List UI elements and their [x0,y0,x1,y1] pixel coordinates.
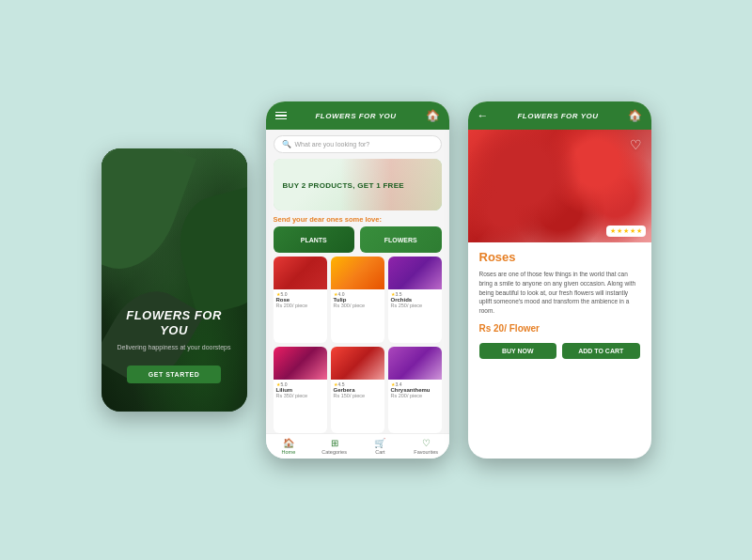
product-orchid[interactable]: ★ 3.5 Orchids Rs 250/ piece [388,257,442,343]
product-detail-image: ♡ ★ ★ ★ ★ ★ [468,130,651,242]
rose-image [274,257,327,289]
home-header-title: FLOWERS FOR YOU [315,112,396,120]
chrysanthemum-info: ★ 3.4 Chrysanthemu Rs 200/ piece [388,380,442,400]
gerbera-image [331,347,384,380]
lilium-price: Rs 350/ piece [276,393,324,398]
splash-title: FLOWERS FOR YOU [116,308,233,337]
splash-subtitle: Delivering happiness at your doorsteps [116,343,233,352]
hamburger-line-3 [275,118,287,120]
product-detail-description: Roses are one of those few things in the… [479,270,640,316]
product-detail-name: Roses [479,250,640,264]
tulip-info: ★ 4.0 Tulip Rs 300/ piece [331,289,384,310]
lilium-image [274,347,327,380]
section-title: Send your dear ones some love: [266,210,449,226]
flowers-label: FLOWERS [384,237,417,243]
detail-home-icon[interactable]: 🏠 [628,109,642,122]
buy-now-button[interactable]: BUY NOW [479,343,557,359]
bottom-nav: 🏠 Home ⊞ Categories 🛒 Cart ♡ Favourites [266,433,449,459]
home-icon[interactable]: 🏠 [426,109,440,122]
orchid-price: Rs 250/ piece [391,303,439,308]
star-4: ★ [630,227,635,235]
favourites-nav-label: Favourites [414,449,438,455]
categories-nav-label: Categories [321,449,347,455]
tulip-price: Rs 300/ piece [334,303,382,308]
tulip-image [331,257,384,289]
action-buttons: BUY NOW ADD TO CART [479,343,640,359]
category-plants[interactable]: PLANTS [274,226,355,253]
gerbera-price: Rs 150/ piece [334,393,382,398]
hamburger-line-2 [275,115,287,117]
rating-badge: ★ ★ ★ ★ ★ [606,226,646,237]
get-started-button[interactable]: GET STARTED [127,366,221,383]
product-rose[interactable]: ★ 5.0 Rose Rs 200/ piece [274,257,327,343]
star-3: ★ [623,227,629,235]
banner-text: BUY 2 PRODUCTS, GET 1 FREE [283,180,404,189]
detail-header: ← FLOWERS FOR YOU 🏠 [468,101,651,130]
nav-home[interactable]: 🏠 Home [266,438,312,455]
product-detail-screen: ← FLOWERS FOR YOU 🏠 ♡ ★ ★ ★ ★ ★ Roses Ro… [468,101,651,459]
categories-nav-icon: ⊞ [331,438,338,448]
hamburger-menu[interactable] [275,112,287,120]
detail-header-title: FLOWERS FOR YOU [517,112,598,120]
nav-favourites[interactable]: ♡ Favourites [403,438,449,455]
search-icon: 🔍 [282,140,291,148]
promo-banner: BUY 2 PRODUCTS, GET 1 FREE [274,159,442,210]
home-nav-icon: 🏠 [283,438,294,448]
home-header: FLOWERS FOR YOU 🏠 [266,101,449,130]
home-nav-label: Home [282,449,296,455]
gerbera-info: ★ 4.5 Gerbera Rs 150/ piece [331,380,384,400]
nav-categories[interactable]: ⊞ Categories [311,438,357,455]
product-lilium[interactable]: ★ 5.0 Lilium Rs 350/ piece [274,347,327,433]
chrysanthemum-price: Rs 200/ piece [391,393,439,398]
rose-info: ★ 5.0 Rose Rs 200/ piece [274,289,327,310]
product-detail-price: Rs 20/ Flower [479,323,640,334]
rose-price: Rs 200/ piece [276,303,324,308]
search-bar[interactable]: 🔍 What are you looking for? [274,135,442,153]
cart-nav-label: Cart [375,449,384,455]
plants-label: PLANTS [301,237,327,243]
wishlist-icon[interactable]: ♡ [630,137,642,152]
nav-cart[interactable]: 🛒 Cart [357,438,403,455]
search-placeholder: What are you looking for? [295,141,370,148]
product-tulip[interactable]: ★ 4.0 Tulip Rs 300/ piece [331,257,384,343]
category-flowers[interactable]: FLOWERS [360,226,442,253]
favourites-nav-icon: ♡ [422,438,431,448]
orchid-info: ★ 3.5 Orchids Rs 250/ piece [388,289,442,310]
category-row: PLANTS FLOWERS [266,226,449,257]
star-1: ★ [610,227,616,235]
lilium-info: ★ 5.0 Lilium Rs 350/ piece [274,380,327,400]
products-grid: ★ 5.0 Rose Rs 200/ piece ★ 4.0 Tulip Rs … [266,257,449,433]
cart-nav-icon: 🛒 [374,438,385,448]
hamburger-line-1 [275,112,287,114]
product-detail-content: Roses Roses are one of those few things … [468,242,651,459]
star-2: ★ [617,227,622,235]
star-5: ★ [636,227,642,235]
product-chrysanthemum[interactable]: ★ 3.4 Chrysanthemu Rs 200/ piece [388,347,442,433]
splash-content: FLOWERS FOR YOU Delivering happiness at … [102,308,247,383]
back-icon[interactable]: ← [478,109,489,122]
add-to-cart-button[interactable]: ADD TO CART [562,343,640,359]
home-screen: FLOWERS FOR YOU 🏠 🔍 What are you looking… [266,101,449,459]
splash-screen: FLOWERS FOR YOU Delivering happiness at … [102,148,247,412]
orchid-image [388,257,442,289]
product-gerbera[interactable]: ★ 4.5 Gerbera Rs 150/ piece [331,347,384,433]
chrysanthemum-image [388,347,442,380]
